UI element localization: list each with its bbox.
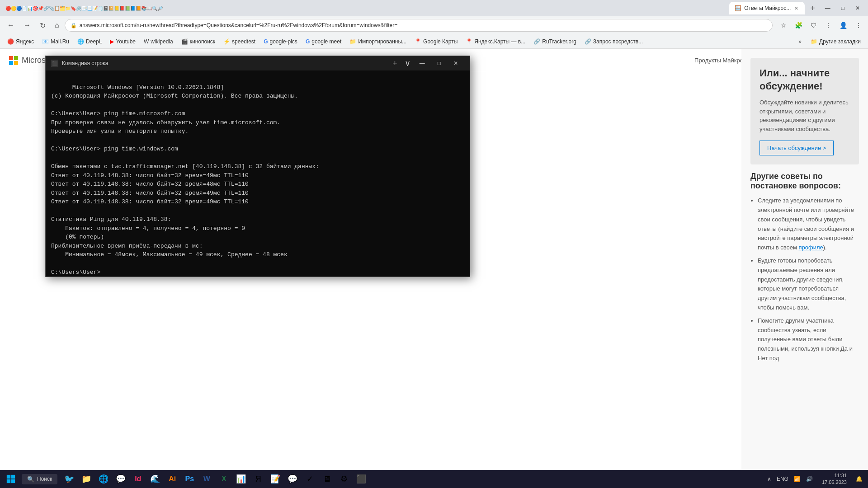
tab-close-btn[interactable]: ✕	[793, 5, 799, 12]
taskbar-app-bird[interactable]: 🐦	[61, 471, 77, 487]
tip-3: Помогите другим участника сообщества узн…	[758, 316, 859, 363]
taskbar: 🔍 Поиск 🐦 📁 🌐 💬 Id 🌊 Ai Ps W	[0, 470, 868, 488]
taskbar-app-terminal[interactable]: ⬛	[353, 471, 369, 487]
taskbar-app-remote[interactable]: 🖥	[319, 471, 335, 487]
lock-icon: 🔒	[71, 23, 77, 28]
back-btn[interactable]: ←	[4, 19, 18, 31]
bookmark-imported[interactable]: 📁 Импортированны...	[346, 38, 410, 46]
cmd-body[interactable]: Microsoft Windows [Version 10.0.22621.18…	[46, 70, 470, 277]
bookmark-googlemaps[interactable]: 📍 Google Карты	[411, 38, 461, 46]
bookmark-yandex[interactable]: 🔴 Яндекс	[4, 38, 38, 46]
cmd-tab-dropdown-btn[interactable]: ∨	[402, 57, 413, 69]
taskbar-app-explorer[interactable]: 📁	[78, 471, 94, 487]
forward-btn[interactable]: →	[20, 19, 34, 31]
bookmark-label: Яндекс	[16, 38, 34, 45]
bookmark-zapros[interactable]: 🔗 Запрос посредств...	[581, 38, 646, 46]
cmd-window: ⬛ Командная строка + ∨ — □ ✕ Microsoft W…	[45, 56, 470, 277]
bookmark-icon: 🌐	[77, 38, 84, 45]
bookmark-rutracker[interactable]: 🔗 RuTracker.org	[530, 38, 580, 46]
bookmark-label: Импортированны...	[358, 38, 406, 45]
adblock-btn[interactable]: 🛡	[808, 20, 820, 31]
bookmark-label: google meet	[311, 38, 341, 45]
cmd-close-btn[interactable]: ✕	[447, 58, 464, 68]
taskbar-app-word[interactable]: W	[198, 471, 215, 487]
clock-date: 17.06.2023	[822, 479, 847, 486]
bookmark-icon: 🎬	[181, 38, 188, 45]
bookmark-icon: 🔴	[7, 38, 14, 45]
bookmark-icon: 📧	[42, 38, 49, 45]
browser-menu-btn[interactable]: ⋮	[853, 20, 864, 31]
nav-bar: ← → ↻ ⌂ 🔒 answers.microsoft.com/ru-ru/ne…	[0, 16, 868, 34]
notifications-icon[interactable]: 🔔	[854, 475, 864, 483]
bookmark-yandexmaps[interactable]: 📍 Яндекс.Карты — в...	[462, 38, 529, 46]
home-btn[interactable]: ⌂	[51, 19, 63, 31]
cmd-output: Microsoft Windows [Version 10.0.22621.18…	[51, 84, 319, 276]
start-discussion-btn[interactable]: Начать обсуждение >	[760, 141, 834, 155]
taskbar-app-edge[interactable]: 🌊	[147, 471, 163, 487]
taskbar-app-teams[interactable]: 💬	[113, 471, 129, 487]
taskbar-app-chrome[interactable]: 🌐	[95, 471, 112, 487]
more-bookmarks-btn[interactable]: »	[796, 38, 804, 46]
cmd-win-btns: — □ ✕	[413, 58, 464, 68]
bookmark-googlemeet[interactable]: G google meet	[302, 38, 345, 46]
taskbar-app-illustrator[interactable]: Ai	[164, 471, 180, 487]
taskbar-app-excel[interactable]: X	[216, 471, 232, 487]
bookmark-youtube[interactable]: ▶ Youtube	[106, 38, 139, 46]
app-icon: 🐦	[64, 474, 74, 484]
taskbar-search[interactable]: 🔍 Поиск	[22, 474, 57, 484]
tab-title: Ответы Майкрос...	[744, 5, 791, 11]
bookmark-kinopoisk[interactable]: 🎬 кинопоиск	[178, 38, 219, 46]
profile-btn[interactable]: 👤	[837, 20, 850, 31]
svg-rect-3	[11, 479, 15, 483]
extensions-btn[interactable]: 🧩	[792, 20, 805, 31]
ms-logo-sq4	[14, 61, 18, 65]
address-bar[interactable]: 🔒 answers.microsoft.com/ru-ru/newthread?…	[65, 19, 773, 32]
profile-link[interactable]: профиле	[798, 244, 823, 251]
taskbar-app-indesign[interactable]: Id	[130, 471, 146, 487]
bookmark-googlepics[interactable]: G google-pics	[260, 38, 301, 46]
svg-rect-2	[7, 479, 10, 483]
start-btn[interactable]	[4, 472, 18, 486]
speaker-icon[interactable]: 🔊	[804, 475, 815, 483]
taskmgr-icon: 📊	[236, 474, 246, 484]
window-controls: — □ ✕	[821, 4, 864, 12]
taskbar-app-photoshop[interactable]: Ps	[181, 471, 198, 487]
taskbar-sys-tray: ∧ ENG 📶 🔊 11:31 17.06.2023 🔔	[765, 472, 864, 486]
bookmark-mailru[interactable]: 📧 Mail.Ru	[38, 38, 73, 46]
lang-indicator[interactable]: ENG	[775, 475, 790, 483]
active-tab[interactable]: 🪟 Ответы Майкрос... ✕	[729, 2, 805, 14]
indesign-icon: Id	[135, 475, 141, 483]
new-tab-btn[interactable]: +	[807, 2, 819, 15]
tab-favicons: 🔴🟡🔵📄📊🎯📌🔗📎📋🗂️📁🔖🖇️📑📃📝🗒️📓📔📒📕📗📘📙📚📖🔍🔎	[4, 6, 165, 11]
cmd-maximize-btn[interactable]: □	[431, 58, 447, 68]
taskbar-app-notepad[interactable]: 📝	[267, 471, 283, 487]
whatsapp-icon: 💬	[288, 474, 297, 484]
reload-btn[interactable]: ↻	[36, 19, 49, 32]
todo-icon: ✓	[307, 474, 313, 484]
bookmark-deepl[interactable]: 🌐 DeepL	[74, 38, 105, 46]
taskbar-app-todo[interactable]: ✓	[302, 471, 318, 487]
taskbar-app-yandex[interactable]: Я	[250, 471, 266, 487]
bookmark-star-btn[interactable]: ☆	[778, 20, 789, 31]
explorer-icon: 📁	[81, 474, 91, 484]
taskbar-app-whatsapp[interactable]: 💬	[284, 471, 301, 487]
taskbar-app-settings[interactable]: ⚙	[336, 471, 352, 487]
minimize-btn[interactable]: —	[821, 4, 835, 12]
bookmark-other[interactable]: 📁 Другие закладки	[807, 38, 864, 46]
bookmark-wikipedia[interactable]: W wikipedia	[140, 38, 177, 46]
bookmark-speedtest[interactable]: ⚡ speedtest	[220, 38, 259, 46]
excel-icon: X	[222, 475, 226, 483]
taskbar-clock[interactable]: 11:31 17.06.2023	[818, 472, 850, 486]
bookmark-label: RuTracker.org	[542, 38, 576, 45]
close-btn[interactable]: ✕	[851, 4, 864, 12]
settings-btn[interactable]: ⋮	[822, 20, 834, 31]
bookmark-icon: W	[144, 38, 149, 45]
sidebar-discussion-card: Или... начните обсуждение! Обсуждайте но…	[750, 58, 859, 164]
wifi-icon[interactable]: 📶	[792, 475, 802, 483]
taskbar-app-taskmgr[interactable]: 📊	[233, 471, 249, 487]
cmd-add-tab-btn[interactable]: +	[390, 58, 400, 69]
maximize-btn[interactable]: □	[837, 4, 849, 12]
bookmark-icon: G	[306, 38, 310, 45]
chevron-up-icon[interactable]: ∧	[765, 475, 773, 483]
cmd-minimize-btn[interactable]: —	[413, 58, 431, 68]
